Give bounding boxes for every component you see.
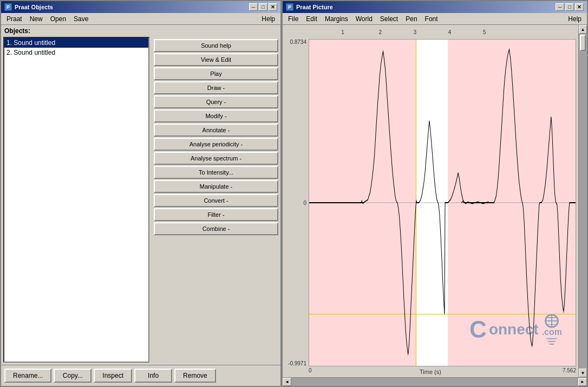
modify-button[interactable]: Modify - (154, 109, 278, 122)
object-item-1[interactable]: 1. Sound untitled (4, 38, 148, 48)
menu-praat[interactable]: Praat (3, 14, 25, 24)
picture-menu-pen[interactable]: Pen (402, 14, 420, 24)
copy-button[interactable]: Copy... (54, 369, 92, 383)
picture-menu-file[interactable]: File (285, 14, 302, 24)
picture-close-button[interactable]: ✕ (575, 3, 584, 11)
time-axis-label: Time (s) (285, 369, 576, 375)
minimize-button[interactable]: ─ (249, 3, 258, 11)
picture-canvas: 1 2 3 4 5 0.8734 0 -0.9971 (283, 25, 578, 377)
objects-section-label: Objects: (1, 25, 280, 37)
waveform-svg (309, 40, 576, 366)
draw-button[interactable]: Draw - (154, 81, 278, 94)
filter-button[interactable]: Filter - (154, 208, 278, 221)
scroll-up-button[interactable]: ▲ (579, 25, 587, 34)
y-label-max: 0.8734 (290, 39, 306, 45)
picture-menu-font[interactable]: Font (422, 14, 441, 24)
analyse-periodicity-button[interactable]: Analyse periodicity - (154, 138, 278, 151)
info-button[interactable]: Info (134, 369, 172, 383)
ruler-tick-1: 1 (341, 29, 344, 35)
menu-open[interactable]: Open (47, 14, 69, 24)
analyse-spectrum-button[interactable]: Analyse spectrum - (154, 152, 278, 165)
manipulate-button[interactable]: Manipulate - (154, 180, 278, 193)
objects-main-content: 1. Sound untitled 2. Sound untitled Soun… (1, 37, 280, 365)
scroll-track-vertical[interactable] (579, 34, 587, 369)
scroll-right-button[interactable]: ► (578, 378, 587, 386)
convert-button[interactable]: Convert - (154, 194, 278, 207)
action-buttons-panel: Sound help View & Edit Play Draw - Query… (152, 37, 280, 365)
scroll-down-button[interactable]: ▼ (579, 369, 587, 377)
picture-titlebar: P Praat Picture ─ □ ✕ (283, 1, 587, 13)
y-label-zero: 0 (303, 200, 306, 206)
picture-menu-margins[interactable]: Margins (322, 14, 351, 24)
picture-maximize-button[interactable]: □ (565, 3, 574, 11)
scroll-track-horizontal[interactable] (291, 378, 578, 386)
objects-list[interactable]: 1. Sound untitled 2. Sound untitled (3, 37, 149, 363)
picture-scrollbar-horizontal[interactable]: ◄ ► (283, 377, 587, 386)
ruler-tick-4: 4 (448, 29, 452, 35)
combine-button[interactable]: Combine - (154, 222, 278, 235)
play-button[interactable]: Play (154, 67, 278, 80)
object-item-2[interactable]: 2. Sound untitled (4, 48, 148, 57)
picture-window-title: Praat Picture (296, 4, 333, 10)
picture-menu-world[interactable]: World (352, 14, 376, 24)
close-button[interactable]: ✕ (269, 3, 277, 11)
remove-button[interactable]: Remove (174, 369, 216, 383)
picture-area: 1 2 3 4 5 0.8734 0 -0.9971 (283, 25, 587, 377)
scroll-thumb-vertical[interactable] (580, 35, 586, 51)
maximize-button[interactable]: □ (259, 3, 267, 11)
praat-picture-window: P Praat Picture ─ □ ✕ File Edit Margins … (282, 0, 588, 387)
annotate-button[interactable]: Annotate - (154, 124, 278, 137)
objects-help-menu[interactable]: Help (258, 14, 278, 24)
query-button[interactable]: Query - (154, 95, 278, 108)
objects-window-icon: P (4, 3, 12, 11)
x-label-end: 7.562 (563, 367, 576, 373)
objects-menubar: Praat New Open Save Help (1, 13, 280, 25)
y-label-min: -0.9971 (288, 360, 306, 366)
picture-minimize-button[interactable]: ─ (556, 3, 564, 11)
sound-help-button[interactable]: Sound help (154, 39, 278, 52)
picture-menu-select[interactable]: Select (377, 14, 401, 24)
rename-button[interactable]: Rename... (4, 369, 51, 383)
to-intensity-button[interactable]: To Intensity... (154, 166, 278, 179)
scroll-left-button[interactable]: ◄ (283, 378, 291, 386)
picture-help-menu[interactable]: Help (565, 14, 585, 24)
objects-titlebar: P Praat Objects ─ □ ✕ (1, 1, 280, 13)
view-edit-button[interactable]: View & Edit (154, 53, 278, 66)
x-label-start: 0 (309, 367, 312, 373)
menu-save[interactable]: Save (70, 14, 92, 24)
picture-menubar: File Edit Margins World Select Pen Font … (283, 13, 587, 25)
inspect-button[interactable]: Inspect (94, 369, 132, 383)
ruler-tick-5: 5 (483, 29, 486, 35)
picture-scrollbar-vertical[interactable]: ▲ ▼ (578, 25, 587, 377)
picture-window-icon: P (286, 3, 293, 11)
bottom-buttons-bar: Rename... Copy... Inspect Info Remove (1, 365, 280, 386)
objects-window-title: Praat Objects (15, 4, 53, 10)
menu-new[interactable]: New (27, 14, 46, 24)
ruler-tick-3: 3 (414, 29, 417, 35)
picture-menu-edit[interactable]: Edit (303, 14, 321, 24)
praat-objects-window: P Praat Objects ─ □ ✕ Praat New Open Sav… (0, 0, 282, 387)
ruler-tick-2: 2 (378, 29, 382, 35)
